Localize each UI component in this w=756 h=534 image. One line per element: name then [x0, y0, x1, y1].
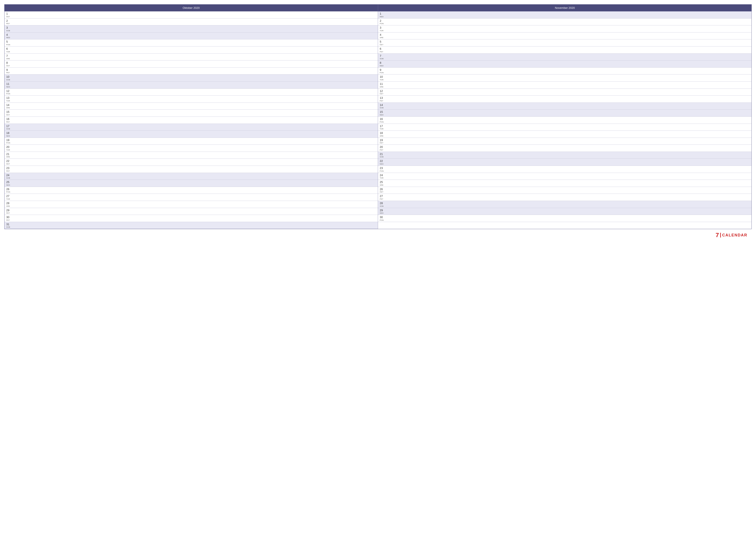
day-number: 12: [6, 89, 11, 93]
day-name: PON: [380, 170, 385, 172]
day-name: SOB: [380, 107, 385, 109]
day-number: 5: [6, 40, 11, 43]
day-number: 15: [6, 110, 11, 114]
day-name: SRE: [6, 107, 11, 109]
day-row: 7 SOB: [378, 54, 751, 61]
day-number: 29: [6, 209, 11, 212]
day-number: 26: [380, 188, 385, 191]
day-number: 3: [380, 26, 385, 30]
day-info: 8 NED: [380, 61, 385, 67]
day-row: 27 TOR: [5, 194, 378, 201]
day-row: 12 ČET: [378, 89, 751, 96]
day-number: 17: [6, 124, 11, 128]
day-name: TOR: [380, 79, 385, 81]
day-name: TOR: [380, 30, 385, 32]
day-row: 15 NED: [378, 110, 751, 117]
day-number: 14: [6, 103, 11, 107]
day-info: 7 SOB: [380, 54, 385, 60]
day-number: 19: [380, 139, 385, 142]
day-info: 16 PET: [6, 117, 11, 123]
day-number: 22: [6, 159, 11, 163]
day-info: 28 SOB: [380, 202, 385, 207]
day-number: 30: [380, 216, 385, 219]
day-info: 24 SOB: [6, 173, 11, 179]
day-info: 13 PET: [380, 96, 385, 102]
day-info: 21 SRE: [6, 152, 11, 158]
day-name: SOB: [6, 79, 11, 81]
day-number: 13: [380, 96, 385, 100]
day-number: 9: [6, 68, 11, 72]
day-name: NED: [380, 64, 385, 67]
day-number: 20: [6, 145, 11, 149]
day-row: 5 ČET: [378, 39, 751, 46]
day-name: PON: [6, 142, 11, 144]
day-info: 30 PON: [380, 216, 385, 221]
day-info: 31 SOB: [6, 223, 11, 228]
day-row: 28 SRE: [5, 201, 378, 208]
day-row: 13 TOR: [5, 96, 378, 103]
day-number: 21: [380, 152, 385, 156]
day-info: 14 SRE: [6, 103, 11, 109]
day-name: SOB: [6, 177, 11, 179]
day-number: 2: [380, 19, 385, 23]
day-name: ČET: [6, 114, 11, 116]
day-info: 18 SRE: [380, 131, 385, 137]
day-name: SOB: [6, 30, 11, 32]
day-info: 14 SOB: [380, 103, 385, 109]
day-info: 12 PON: [6, 89, 11, 95]
day-info: 29 ČET: [6, 209, 11, 214]
day-name: ČET: [6, 212, 11, 214]
day-info: 18 NED: [6, 131, 11, 137]
day-number: 24: [6, 173, 11, 177]
november-header: November 2020: [378, 4, 752, 12]
day-row: 14 SRE: [5, 103, 378, 110]
day-info: 19 PON: [6, 139, 11, 144]
day-row: 4 SRE: [378, 33, 751, 39]
day-name: ČET: [380, 43, 385, 46]
day-info: 19 ČET: [380, 139, 385, 144]
day-number: 18: [380, 131, 385, 135]
day-info: 11 SRE: [380, 82, 385, 88]
day-name: NED: [6, 37, 11, 38]
day-number: 28: [6, 202, 11, 205]
day-name: PON: [380, 71, 385, 74]
day-info: 1 ČET: [6, 12, 11, 18]
day-row: 20 TOR: [5, 145, 378, 152]
day-row: 21 SOB: [378, 152, 751, 159]
day-number: 25: [6, 180, 11, 184]
november-column: 1 NED 2 PON 3 TOR 4 SRE 5 ČET 6 PET 7 SO…: [378, 12, 751, 229]
day-number: 27: [380, 194, 385, 198]
day-info: 15 NED: [380, 110, 385, 116]
day-name: ČET: [6, 64, 11, 67]
day-row: 30 PON: [378, 215, 751, 222]
day-row: 30 PET: [5, 215, 378, 222]
day-info: 17 TOR: [380, 124, 385, 130]
day-name: SOB: [380, 156, 385, 158]
day-name: PET: [6, 22, 11, 25]
day-name: ČET: [380, 191, 385, 193]
day-number: 11: [380, 82, 385, 86]
day-info: 25 SRE: [380, 180, 385, 186]
day-row: 22 NED: [378, 159, 751, 166]
day-number: 7: [6, 54, 11, 58]
day-number: 23: [6, 166, 11, 170]
day-name: PON: [6, 43, 11, 46]
day-number: 18: [6, 131, 11, 135]
day-number: 6: [6, 47, 11, 51]
day-row: 3 TOR: [378, 25, 751, 33]
day-row: 10 SOB: [5, 74, 378, 82]
day-number: 30: [6, 216, 11, 219]
day-row: 29 ČET: [5, 208, 378, 215]
logo-divider: [720, 233, 721, 238]
october-column: 1 ČET 2 PET 3 SOB 4 NED 5 PON 6 TOR 7 SR…: [5, 12, 378, 229]
day-name: PON: [380, 121, 385, 123]
day-row: 19 PON: [5, 138, 378, 145]
day-name: PET: [6, 219, 11, 221]
month-headers: Oktober 2020 November 2020: [4, 4, 752, 12]
day-number: 26: [6, 188, 11, 191]
day-name: SRE: [380, 37, 385, 38]
day-info: 22 ČET: [6, 159, 11, 165]
day-name: SRE: [6, 156, 11, 158]
day-info: 28 SRE: [6, 202, 11, 207]
day-number: 2: [6, 19, 11, 23]
